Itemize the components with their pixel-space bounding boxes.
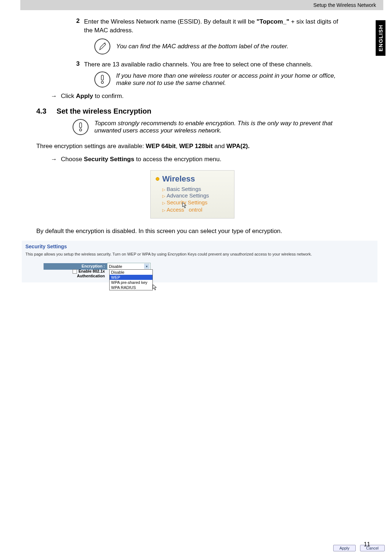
mouse-cursor-icon bbox=[152, 284, 158, 291]
step-number: 3 bbox=[76, 60, 79, 69]
step-number: 2 bbox=[76, 17, 79, 35]
step-text: There are 13 available radio channels. Y… bbox=[84, 60, 348, 69]
arrow-icon: → bbox=[51, 156, 57, 163]
svg-rect-1 bbox=[101, 75, 103, 80]
apply-button[interactable]: Apply bbox=[333, 545, 356, 551]
triangle-icon: ▷ bbox=[162, 208, 165, 212]
triangle-icon: ▷ bbox=[162, 187, 165, 192]
breadcrumb: Setup the Wireless Network bbox=[313, 2, 376, 8]
dropdown-option-wpa-psk[interactable]: WPA pre-shared key bbox=[110, 280, 152, 285]
choose-security-line: → Choose Security Settings to access the… bbox=[51, 156, 348, 163]
step-2: 2 Enter the Wireless Network name (ESSID… bbox=[76, 17, 348, 35]
menu-item-basic[interactable]: ▷Basic Settings bbox=[162, 186, 229, 192]
warning-icon bbox=[73, 119, 89, 135]
step-3: 3 There are 13 available radio channels.… bbox=[76, 60, 348, 69]
warning-text: Topcom strongly recommends to enable enc… bbox=[94, 120, 348, 134]
note-text: You can find the MAC address at the bott… bbox=[116, 43, 289, 50]
menu-item-advance[interactable]: ▷Advance Settings bbox=[162, 192, 229, 199]
section-title: Set the wireless Encryption bbox=[57, 107, 151, 115]
panel-buttons: Apply Cancel bbox=[333, 545, 385, 551]
encryption-dropdown[interactable]: Disable WEP WPA pre-shared key WPA RADIU… bbox=[109, 269, 153, 290]
dropdown-option-disable[interactable]: Disable bbox=[110, 270, 152, 275]
panel-title: Security Settings bbox=[25, 244, 374, 249]
page-number: 11 bbox=[364, 541, 370, 548]
by-default-para: By default the encryption is disabled. I… bbox=[36, 227, 348, 236]
menu-item-security[interactable]: ▷Security Settings bbox=[162, 199, 208, 205]
arrow-icon: → bbox=[51, 93, 57, 99]
svg-point-0 bbox=[105, 42, 106, 44]
auth-label: Enable 802.1x Authentication bbox=[44, 268, 107, 279]
click-apply-line: → Click Apply to confirm. bbox=[51, 93, 348, 100]
pencil-note-icon bbox=[94, 38, 110, 54]
triangle-icon: ▷ bbox=[162, 194, 165, 198]
auth-checkbox[interactable] bbox=[73, 269, 77, 274]
auth-row: Enable 802.1x Authentication bbox=[44, 270, 374, 277]
warning-encryption: Topcom strongly recommends to enable enc… bbox=[73, 119, 348, 135]
header-bar: Setup the Wireless Network bbox=[20, 0, 383, 10]
svg-point-2 bbox=[101, 81, 103, 83]
section-number: 4.3 bbox=[36, 107, 46, 115]
three-encryption-para: Three encryption settings are available:… bbox=[36, 142, 348, 151]
wireless-menu-screenshot: Wireless ▷Basic Settings ▷Advance Settin… bbox=[150, 170, 234, 219]
note-mac-address: You can find the MAC address at the bott… bbox=[94, 38, 348, 54]
chevron-down-icon: ▾ bbox=[144, 264, 150, 269]
dropdown-option-wep[interactable]: WEP bbox=[110, 275, 152, 280]
warning-text: If you have more than one wireless route… bbox=[116, 72, 348, 87]
step-text: Enter the Wireless Network name (ESSID).… bbox=[84, 17, 348, 35]
mouse-cursor-icon bbox=[182, 202, 188, 209]
panel-description: This page allows you setup the wireless … bbox=[25, 252, 374, 257]
section-heading: 4.3 Set the wireless Encryption bbox=[36, 107, 348, 115]
warning-channel: If you have more than one wireless route… bbox=[94, 72, 348, 87]
language-tab: ENGLISH bbox=[376, 20, 385, 56]
menu-title: Wireless bbox=[156, 174, 229, 184]
svg-point-4 bbox=[79, 129, 82, 131]
encryption-select[interactable]: Disable ▾ bbox=[107, 263, 151, 270]
menu-item-access[interactable]: ▷Access ontrol bbox=[162, 207, 229, 213]
dropdown-option-wpa-radius[interactable]: WPA RADIUS bbox=[110, 285, 152, 290]
svg-rect-3 bbox=[79, 123, 82, 128]
security-settings-panel: Security Settings This page allows you s… bbox=[22, 241, 377, 282]
warning-icon bbox=[94, 72, 110, 87]
triangle-icon: ▷ bbox=[162, 201, 165, 205]
encryption-value: Disable bbox=[109, 264, 122, 269]
bullet-icon bbox=[156, 177, 159, 181]
